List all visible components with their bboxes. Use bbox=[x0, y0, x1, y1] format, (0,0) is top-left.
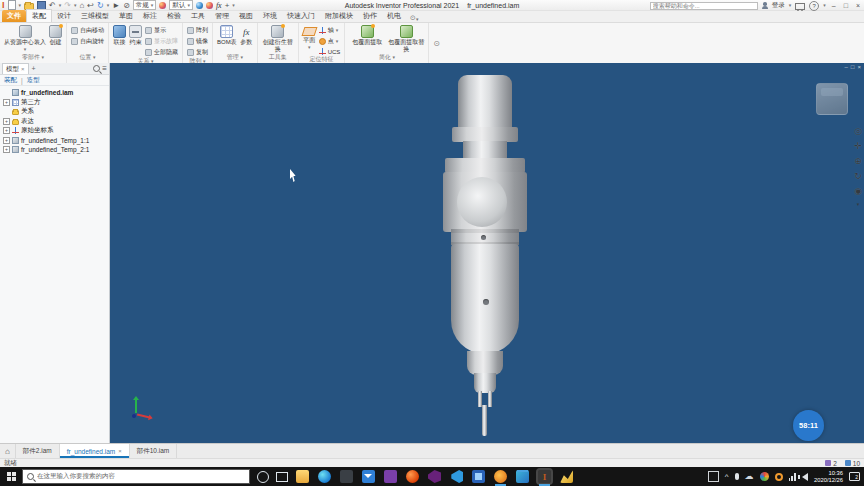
viewport-canvas[interactable]: – □ × ◎ ✛ ⊕ ↻ ◉ ▾ bbox=[110, 63, 864, 443]
photos-app-icon[interactable] bbox=[472, 470, 485, 483]
tab-sketch[interactable]: 草图 bbox=[114, 10, 138, 22]
mirror-button[interactable]: 镜像 bbox=[187, 37, 208, 46]
measure-plus-icon[interactable]: + bbox=[225, 1, 230, 10]
tab-assemble[interactable]: 装配 bbox=[26, 9, 52, 22]
tree-item-relationships[interactable]: 关系 bbox=[3, 107, 109, 117]
purple-app-icon[interactable] bbox=[384, 470, 397, 483]
show-relationships-button[interactable]: 显示 bbox=[145, 26, 178, 35]
tree-item-third-party[interactable]: +第三方 bbox=[3, 98, 109, 108]
cortana-icon[interactable] bbox=[257, 471, 269, 483]
help-dropdown-icon[interactable]: ▾ bbox=[823, 3, 826, 8]
inventor-taskbar-icon[interactable]: I bbox=[538, 470, 551, 483]
doc-minimize-icon[interactable]: – bbox=[845, 64, 848, 70]
clear-appearance-icon[interactable] bbox=[206, 2, 213, 9]
tree-item-part-2[interactable]: +fr_undefined_Temp_2:1 bbox=[3, 145, 109, 155]
browser-tab-close-icon[interactable]: × bbox=[21, 66, 25, 72]
recording-timer-badge[interactable]: 58:11 bbox=[793, 410, 824, 441]
navbar-more-icon[interactable]: ▾ bbox=[857, 202, 860, 207]
notification-center-icon[interactable]: 2 bbox=[849, 472, 860, 481]
group-label-position[interactable]: 位置 ▾ bbox=[67, 53, 108, 63]
look-at-icon[interactable]: ◉ bbox=[854, 187, 862, 196]
constrain-button[interactable]: 约束 bbox=[129, 25, 142, 46]
point-button[interactable]: 点 ▾ bbox=[319, 37, 341, 46]
group-label-manage[interactable]: 管理 ▾ bbox=[213, 53, 257, 63]
security-app-icon[interactable] bbox=[340, 470, 353, 483]
tab-3d-model[interactable]: 三维模型 bbox=[76, 10, 114, 22]
expand-icon[interactable]: + bbox=[3, 127, 10, 134]
edge-browser-icon[interactable] bbox=[318, 470, 331, 483]
joint-button[interactable]: 联接 bbox=[113, 25, 126, 46]
colorful-app-tray-icon[interactable] bbox=[760, 472, 769, 481]
axis-button[interactable]: 轴 ▾ bbox=[319, 26, 341, 35]
new-file-icon[interactable] bbox=[8, 0, 16, 10]
appearance-select[interactable]: 默认▾ bbox=[169, 0, 193, 10]
search-tool-icon[interactable] bbox=[494, 470, 507, 483]
link-modeling-view[interactable]: 造型 bbox=[27, 76, 40, 85]
parameters-button[interactable]: fx 参数 bbox=[240, 25, 253, 46]
store-cart-icon[interactable] bbox=[795, 3, 805, 10]
ribbon-toggle-dropdown-icon[interactable]: ▾ bbox=[416, 17, 419, 22]
qat-customize-icon[interactable]: ▾ bbox=[232, 3, 235, 8]
ime-indicator-icon[interactable] bbox=[708, 471, 719, 482]
tab-collaborate[interactable]: 协作 bbox=[358, 10, 382, 22]
close-button[interactable]: × bbox=[854, 1, 862, 10]
help-search-input[interactable] bbox=[650, 2, 758, 10]
pan-icon[interactable]: ✛ bbox=[854, 142, 862, 151]
expand-icon[interactable]: + bbox=[3, 99, 10, 106]
tree-item-part-1[interactable]: +fr_undefined_Temp_1:1 bbox=[3, 136, 109, 146]
doc-tab-assembly2[interactable]: 部件2.iam bbox=[16, 444, 60, 458]
tab-inspect[interactable]: 检验 bbox=[162, 10, 186, 22]
browser-search-icon[interactable] bbox=[93, 65, 100, 72]
navigation-wheel-icon[interactable]: ◎ bbox=[854, 127, 862, 136]
redo-dropdown-icon[interactable]: ▾ bbox=[74, 3, 77, 8]
tab-get-started[interactable]: 快速入门 bbox=[282, 10, 320, 22]
undo-dropdown-icon[interactable]: ▾ bbox=[59, 3, 62, 8]
start-button[interactable] bbox=[0, 467, 22, 486]
tree-item-representations[interactable]: +表达 bbox=[3, 117, 109, 127]
orbit-icon[interactable]: ↻ bbox=[854, 172, 862, 181]
free-move-button[interactable]: 自由移动 bbox=[71, 26, 104, 35]
abort-icon[interactable]: ⊘ bbox=[123, 1, 130, 10]
view-cube[interactable] bbox=[816, 83, 848, 115]
update-icon[interactable]: ↻ bbox=[97, 1, 104, 10]
taskbar-search[interactable]: 在这里输入你要搜索的内容 bbox=[22, 469, 250, 484]
minimize-button[interactable]: – bbox=[830, 1, 838, 10]
group-label-simplification[interactable]: 简化 ▾ bbox=[345, 53, 428, 63]
expand-icon[interactable]: + bbox=[3, 137, 10, 144]
expand-icon[interactable]: + bbox=[3, 146, 10, 153]
inventor-logo-icon[interactable]: I bbox=[2, 1, 5, 10]
bom-button[interactable]: BOM表 bbox=[217, 25, 237, 46]
doc-restore-icon[interactable]: □ bbox=[851, 64, 855, 70]
doc-tab-assembly10[interactable]: 部件10.iam bbox=[130, 444, 178, 458]
select-icon[interactable]: ► bbox=[112, 1, 120, 10]
tab-file[interactable]: 文件 bbox=[2, 10, 26, 22]
doc-close-icon[interactable]: × bbox=[857, 64, 861, 70]
help-icon[interactable]: ? bbox=[809, 1, 819, 11]
create-component-button[interactable]: 创建 bbox=[49, 25, 62, 46]
tab-manage[interactable]: 管理 bbox=[210, 10, 234, 22]
plane-button[interactable]: 平面 ▾ bbox=[303, 25, 316, 50]
new-file-dropdown-icon[interactable]: ▾ bbox=[19, 3, 22, 8]
ucs-button[interactable]: UCS bbox=[319, 48, 341, 55]
expand-icon[interactable]: + bbox=[3, 118, 10, 125]
home-tab-icon[interactable]: ⌂ bbox=[0, 444, 16, 458]
copy-button[interactable]: 复制 bbox=[187, 48, 208, 57]
free-rotate-button[interactable]: 自由旋转 bbox=[71, 37, 104, 46]
tree-item-root-assembly[interactable]: fr_undefined.iam bbox=[3, 88, 109, 98]
ribbon-help-circle-icon[interactable]: ⊙ bbox=[433, 39, 440, 48]
material-select[interactable]: 常规▾ bbox=[133, 0, 157, 10]
tab-environments[interactable]: 环境 bbox=[258, 10, 282, 22]
gold-app-icon[interactable] bbox=[560, 470, 573, 483]
browser-add-tab-icon[interactable]: + bbox=[31, 65, 37, 72]
vscode-icon[interactable] bbox=[450, 470, 463, 483]
office-app-icon[interactable] bbox=[406, 470, 419, 483]
create-derived-substitute-button[interactable]: 创建衍生替换 bbox=[262, 25, 294, 52]
file-explorer-icon[interactable] bbox=[296, 470, 309, 483]
volume-icon[interactable] bbox=[802, 473, 808, 481]
group-label-component[interactable]: 零部件 ▾ bbox=[0, 53, 66, 63]
doc-tab-fr-undefined[interactable]: fr_undefined.iam × bbox=[60, 444, 130, 458]
link-assembly-view[interactable]: 装配 bbox=[4, 76, 17, 85]
teal-app-icon[interactable] bbox=[516, 470, 529, 483]
taskbar-clock[interactable]: 10:36 2020/12/26 bbox=[814, 470, 843, 483]
signin-dropdown-icon[interactable]: ▾ bbox=[789, 3, 792, 8]
